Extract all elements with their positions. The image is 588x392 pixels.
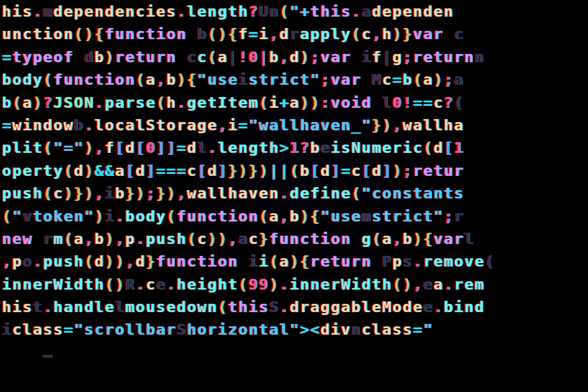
code-token: } [146,250,156,272]
code-token: function [176,204,259,227]
code-token: } [228,159,238,181]
code-token: i [105,204,115,227]
code-token: i [2,318,12,341]
code-token: h [382,23,392,45]
code-token: var [331,68,372,91]
code-line: =windowb.localStorage,i="wallhaven_"}),w… [0,114,588,136]
code-token: ) [207,227,218,250]
code-token: ; [403,159,413,181]
code-token: . [176,91,187,114]
code-token: b [95,227,105,250]
code-token: o [23,250,33,272]
code-token: ) [115,250,125,272]
code-token: = [341,159,351,181]
code-token: void [331,91,382,114]
code-token: , [269,23,279,45]
code-line: iclass="scrollbarShorizontal"><divnclass… [0,318,588,341]
code-token: ) [300,91,310,114]
code-token: a [382,227,392,250]
code-token: 0 [248,46,259,68]
code-token: e [156,273,166,295]
code-token: class [12,318,64,341]
code-token: 99 [248,273,269,295]
code-token: remove [423,250,485,272]
code-token: . [43,295,53,318]
code-token: p [125,227,136,250]
code-token: ? [248,0,259,23]
code-token: , [156,68,166,91]
code-token: c [434,91,444,114]
code-token: ) [95,204,105,227]
code-token: a [269,204,279,227]
code-token: } [259,227,269,250]
code-token: : [320,91,331,114]
code-token: return [413,46,475,68]
code-token: ) [310,91,320,114]
code-line: b(a)?JSON.parse(h.getItem(i+a)):void l0!… [0,91,588,114]
code-token: i [105,182,115,204]
code-token: 1 [290,137,300,159]
code-token: typeof [12,46,84,68]
code-token: c [248,227,259,250]
code-token: ) [84,182,95,204]
code-token: bind [444,295,485,318]
code-token: ( [2,204,12,227]
code-token: b [115,182,125,204]
code-token: . [95,91,105,114]
code-token: . [136,227,146,250]
code-token: ) [382,114,392,136]
code-token: ( [105,273,115,295]
code-token: { [310,204,320,227]
code-token: = [248,23,259,45]
code-token: d [320,159,331,181]
code-token: ? [444,91,454,114]
code-token: d [207,159,218,181]
code-token: length [187,0,248,23]
code-token: , [176,182,187,204]
code-token: ( [187,227,197,250]
code-token: c [362,23,372,45]
code-token: " [12,204,23,227]
code-token: === [156,159,187,181]
code-token: ) [105,250,115,272]
code-token: M [372,68,382,91]
code-token: strict" [372,204,444,227]
code-token: ( [351,23,362,45]
code-token: ] [166,137,176,159]
code-token: ( [12,91,23,114]
code-token: . [279,182,290,204]
code-token: f [105,137,115,159]
code-token: b [74,114,84,136]
code-token: ; [146,182,156,204]
code-token: ( [269,250,279,272]
code-token: { [95,23,105,45]
code-token: b [310,137,320,159]
code-line: innerWidth()R.ce.height(99).innerWidth()… [0,273,588,295]
code-token: { [423,227,434,250]
code-token: , [392,114,403,136]
code-token: ] [146,159,156,181]
code-token: i [248,250,259,272]
code-token: c [197,46,207,68]
code-token: . [444,273,454,295]
code-token: S [176,318,187,341]
code-token: , [392,227,403,250]
code-token: b [403,227,413,250]
code-token: ] [331,159,341,181]
code-line: new rm(a,b),p.push(c)),ac}function g(a,b… [0,227,588,250]
code-token: ( [207,23,218,45]
code-token: ] [218,159,228,181]
code-token: ) [300,46,310,68]
code-token: height [176,273,238,295]
code-token: innerWidth [2,273,105,295]
code-token: function [53,68,136,91]
code-token: ( [156,91,167,114]
code-token: a [218,46,228,68]
code-token: } [372,114,382,136]
code-token: ) [392,23,403,45]
code-token: b [166,68,176,91]
code-token: ) [84,137,95,159]
code-token: , [228,227,238,250]
code-token: return [310,250,382,272]
code-token: d [136,250,146,272]
